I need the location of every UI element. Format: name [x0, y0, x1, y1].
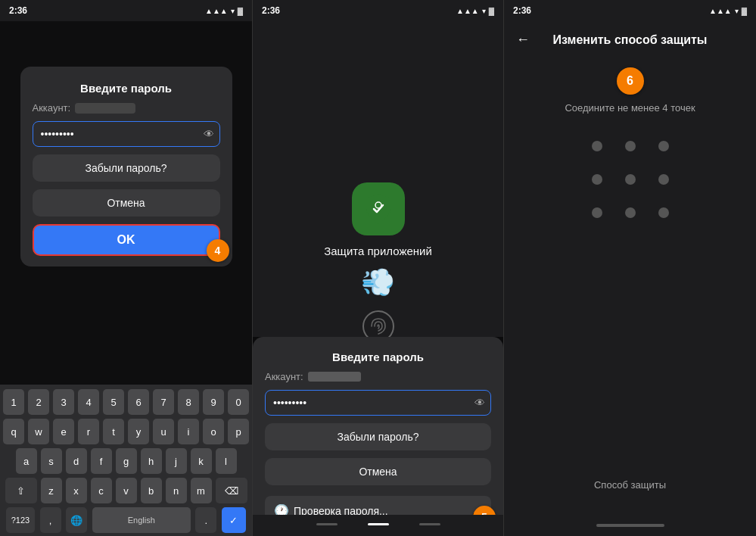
kb-key-5[interactable]: 5: [103, 389, 124, 415]
connect-label: Соедините не менее 4 точек: [504, 102, 756, 114]
left-status-icons: ▲▲▲ ▾ ▓: [205, 7, 243, 15]
mid-dialog-overlay: Введите пароль Аккаунт: 👁 Забыли пароль?…: [253, 337, 503, 536]
kb-u[interactable]: u: [153, 419, 174, 444]
left-keyboard: 1 2 3 4 5 6 7 8 9 0 q w e r t y u i o p …: [0, 385, 252, 536]
right-back-button[interactable]: ←: [516, 32, 530, 48]
kb-w[interactable]: w: [28, 419, 49, 444]
kb-t[interactable]: t: [103, 419, 124, 444]
mid-dialog-box: Введите пароль Аккаунт: 👁 Забыли пароль?…: [253, 337, 503, 536]
kb-e[interactable]: e: [53, 419, 74, 444]
kb-g[interactable]: g: [116, 448, 137, 474]
kb-r[interactable]: r: [78, 419, 99, 444]
signal-icon: ▲▲▲: [205, 7, 228, 15]
app-protection-label: Защита приложений: [324, 245, 432, 257]
mid-status-icons: ▲▲▲ ▾ ▓: [456, 7, 494, 15]
mid-password-input[interactable]: [265, 390, 491, 416]
kb-globe[interactable]: 🌐: [66, 507, 87, 533]
kb-y[interactable]: y: [128, 419, 149, 444]
kb-delete[interactable]: ⌫: [216, 478, 247, 503]
kb-key-9[interactable]: 9: [203, 389, 224, 415]
pattern-dot-6[interactable]: [658, 174, 669, 185]
kb-b[interactable]: b: [141, 478, 162, 503]
kb-space[interactable]: English: [92, 507, 191, 533]
kb-c[interactable]: c: [91, 478, 112, 503]
kb-k[interactable]: k: [191, 448, 212, 474]
pattern-dot-1[interactable]: [592, 141, 602, 151]
kb-key-3[interactable]: 3: [53, 389, 74, 415]
pattern-dot-3[interactable]: [658, 141, 669, 151]
left-account-value-blur: [75, 103, 135, 114]
kb-row-numbers: 1 2 3 4 5 6 7 8 9 0: [3, 389, 249, 415]
kb-bottom-row: ?123 , 🌐 English . ✓: [3, 507, 249, 533]
pattern-dot-5[interactable]: [625, 174, 636, 185]
pattern-dot-2[interactable]: [625, 141, 636, 151]
kb-f[interactable]: f: [91, 448, 112, 474]
kb-l[interactable]: l: [216, 448, 237, 474]
nav-back[interactable]: [316, 523, 338, 525]
kb-n[interactable]: n: [166, 478, 187, 503]
kb-p[interactable]: p: [228, 419, 249, 444]
right-status-bar: 2:36 ▲▲▲ ▾ ▓: [504, 0, 756, 21]
kb-row-asdf: a s d f g h j k l: [3, 448, 249, 474]
kb-return[interactable]: ✓: [222, 507, 246, 533]
pattern-dot-4[interactable]: [592, 174, 602, 185]
kb-d[interactable]: d: [66, 448, 87, 474]
mid-status-time: 2:36: [262, 5, 280, 16]
kb-v[interactable]: v: [116, 478, 137, 503]
kb-z[interactable]: z: [41, 478, 62, 503]
kb-key-8[interactable]: 8: [178, 389, 199, 415]
mid-bottom-nav: [253, 515, 503, 536]
left-ok-button[interactable]: OK 4: [33, 224, 220, 256]
kb-123[interactable]: ?123: [6, 507, 35, 533]
kb-h[interactable]: h: [141, 448, 162, 474]
mid-wifi-icon: ▾: [482, 7, 486, 15]
kb-comma[interactable]: ,: [40, 507, 61, 533]
kb-x[interactable]: x: [66, 478, 87, 503]
mid-cancel-button[interactable]: Отмена: [265, 458, 491, 485]
mid-eye-icon[interactable]: 👁: [474, 397, 485, 409]
nav-home[interactable]: [368, 523, 389, 525]
pattern-dot-8[interactable]: [625, 207, 636, 218]
pattern-dot-7[interactable]: [592, 207, 602, 218]
kb-key-6[interactable]: 6: [128, 389, 149, 415]
left-password-input[interactable]: [33, 121, 220, 147]
right-header: ← Изменить способ защиты: [504, 24, 756, 55]
left-forgot-button[interactable]: Забыли пароль?: [33, 154, 220, 182]
nav-recent[interactable]: [419, 523, 440, 525]
pattern-dot-9[interactable]: [658, 207, 669, 218]
kb-q[interactable]: q: [3, 419, 24, 444]
left-password-wrap[interactable]: 👁: [33, 121, 220, 147]
right-bottom-bar: [504, 515, 756, 536]
right-status-icons: ▲▲▲ ▾ ▓: [709, 7, 747, 15]
right-status-time: 2:36: [513, 5, 531, 16]
left-eye-icon[interactable]: 👁: [204, 128, 214, 140]
left-status-bar: 2:36 ▲▲▲ ▾ ▓: [0, 0, 252, 21]
kb-a[interactable]: a: [16, 448, 37, 474]
mid-forgot-button[interactable]: Забыли пароль?: [265, 423, 491, 450]
kb-shift[interactable]: ⇧: [5, 478, 37, 503]
mid-status-bar: 2:36 ▲▲▲ ▾ ▓: [253, 0, 503, 21]
mid-account-label: Аккаунт:: [265, 371, 303, 382]
mid-signal-icon: ▲▲▲: [456, 7, 479, 15]
kb-m[interactable]: m: [191, 478, 212, 503]
left-panel: 2:36 ▲▲▲ ▾ ▓ Введите пароль Аккаунт: 👁 З…: [0, 0, 252, 536]
mid-dialog-title: Введите пароль: [332, 351, 424, 363]
kb-key-0[interactable]: 0: [228, 389, 249, 415]
kb-period[interactable]: .: [195, 507, 216, 533]
battery-icon: ▓: [238, 7, 243, 15]
kb-o[interactable]: o: [203, 419, 224, 444]
kb-s[interactable]: s: [41, 448, 62, 474]
left-dialog-box: Введите пароль Аккаунт: 👁 Забыли пароль?…: [20, 67, 232, 266]
right-panel: 2:36 ▲▲▲ ▾ ▓ ← Изменить способ защиты 6 …: [504, 0, 756, 536]
kb-key-7[interactable]: 7: [153, 389, 174, 415]
kb-j[interactable]: j: [166, 448, 187, 474]
wifi-icon: ▾: [231, 7, 235, 15]
left-status-time: 2:36: [9, 5, 27, 16]
mid-panel: 2:36 ▲▲▲ ▾ ▓ Защита приложений 💨 Введите…: [252, 0, 504, 536]
kb-key-4[interactable]: 4: [78, 389, 99, 415]
mid-password-wrap[interactable]: 👁: [265, 390, 491, 416]
kb-key-2[interactable]: 2: [28, 389, 49, 415]
left-cancel-button[interactable]: Отмена: [33, 189, 220, 217]
kb-key-1[interactable]: 1: [3, 389, 24, 415]
kb-i[interactable]: i: [178, 419, 199, 444]
